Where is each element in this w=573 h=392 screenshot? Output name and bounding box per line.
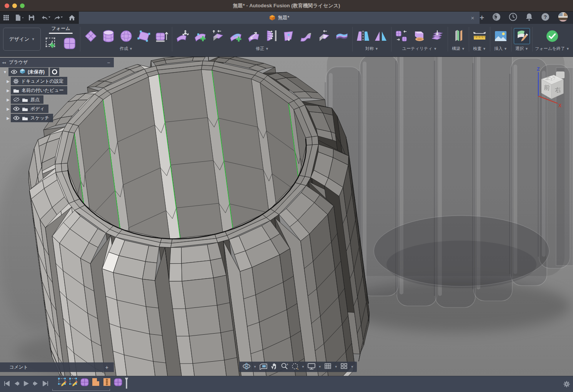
- collapse-panel-icon[interactable]: ◂◂: [2, 60, 6, 65]
- timeline-feature-form[interactable]: [80, 377, 89, 389]
- ribbon-group-label[interactable]: 対称▼: [365, 46, 378, 51]
- ribbon-icon-plane[interactable]: [83, 28, 99, 44]
- caret-icon[interactable]: ▼: [351, 365, 354, 369]
- browser-item[interactable]: ▶ボディ: [0, 104, 114, 113]
- grid-settings-icon[interactable]: [324, 363, 332, 371]
- ribbon-icon-repair-body[interactable]: [429, 28, 445, 44]
- traffic-lights[interactable]: [5, 3, 25, 8]
- home-icon[interactable]: [68, 13, 75, 23]
- ribbon-icon-extrude[interactable]: [153, 28, 170, 44]
- add-comment-icon[interactable]: +: [105, 364, 108, 370]
- caret-icon[interactable]: ▼: [253, 365, 257, 369]
- play-button[interactable]: [23, 380, 29, 388]
- close-window-button[interactable]: [5, 3, 9, 8]
- ribbon-icon-construct[interactable]: [450, 28, 466, 44]
- caret-icon[interactable]: ▼: [301, 365, 305, 369]
- viewport-3d[interactable]: ◂◂ ブラウザ – ▼(未保存)▶ドキュメントの設定▶名前の付いたビュー▶原点▶…: [0, 57, 573, 376]
- undo-icon[interactable]: [41, 13, 51, 23]
- browser-item[interactable]: ▶原点: [0, 95, 114, 104]
- pan-icon[interactable]: [270, 362, 278, 372]
- browser-item[interactable]: ▶ドキュメントの設定: [0, 76, 114, 86]
- browser-panel-header[interactable]: ◂◂ ブラウザ –: [0, 58, 114, 67]
- ribbon-icon-crease[interactable]: [210, 28, 226, 44]
- save-icon[interactable]: [28, 13, 35, 23]
- ribbon-icon-create-form[interactable]: [44, 35, 60, 51]
- workspace-selector[interactable]: デザイン▼: [3, 28, 41, 51]
- zoom-window-button[interactable]: [20, 3, 25, 8]
- record-icon[interactable]: [50, 68, 59, 76]
- ribbon-icon-pull[interactable]: [281, 28, 297, 44]
- ribbon-icon-bridge[interactable]: [263, 28, 279, 44]
- display-settings-icon[interactable]: [307, 363, 316, 371]
- ribbon-toolbar: デザイン▼ フォーム作成▼修正▼対称▼ユーティリティ▼構築▼検査▼挿入▼選択▼フ…: [0, 24, 573, 57]
- caret-icon[interactable]: ▼: [318, 365, 321, 369]
- ribbon-icon-insert-point[interactable]: [192, 28, 208, 44]
- minimize-window-button[interactable]: [12, 3, 17, 8]
- ribbon-separator: [448, 27, 448, 51]
- job-status-icon[interactable]: [509, 13, 517, 23]
- look-at-icon[interactable]: [259, 363, 268, 371]
- ribbon-icon-measure[interactable]: [471, 28, 488, 44]
- caret-icon[interactable]: ▼: [335, 365, 338, 369]
- timeline-feature-thicken-feature[interactable]: [91, 377, 100, 389]
- new-tab-icon[interactable]: +: [480, 13, 484, 22]
- app-grid-icon[interactable]: [3, 13, 9, 23]
- ribbon-icon-paint-select[interactable]: [514, 28, 530, 44]
- timeline-feature-stitch[interactable]: [102, 377, 112, 389]
- timeline-feature-sketch[interactable]: [58, 377, 67, 389]
- ribbon-group-label[interactable]: 作成▼: [120, 46, 133, 51]
- ribbon-group-label[interactable]: ユーティリティ▼: [402, 46, 437, 51]
- avatar[interactable]: [558, 12, 568, 24]
- ribbon-group: 検査▼: [471, 28, 488, 52]
- browser-item[interactable]: ▶スケッチ: [0, 113, 114, 123]
- ribbon-icon-convert[interactable]: [394, 28, 410, 44]
- ribbon-group-label[interactable]: フォームを終了▼: [535, 46, 570, 51]
- ribbon-icon-insert-edge[interactable]: [228, 28, 244, 44]
- zoom-icon[interactable]: ±: [281, 362, 288, 372]
- timeline-settings-gear-icon[interactable]: [563, 381, 570, 389]
- ribbon-icon-flatten[interactable]: [298, 28, 315, 44]
- z-axis-label: Z: [537, 66, 540, 72]
- tab-close-icon[interactable]: ×: [471, 15, 475, 21]
- ribbon-group-label[interactable]: 検査▼: [473, 46, 486, 51]
- browser-root-row[interactable]: ▼(未保存): [0, 67, 114, 76]
- ribbon-icon-cylinder[interactable]: [100, 28, 117, 44]
- comment-bar[interactable]: コメント +: [0, 362, 114, 372]
- ribbon-icon-thicken[interactable]: [334, 28, 350, 44]
- step-forward-button[interactable]: [33, 381, 39, 388]
- browser-item[interactable]: ▶名前の付いたビュー: [0, 86, 114, 95]
- view-cube[interactable]: ZX前右上: [534, 65, 567, 108]
- ribbon-icon-sphere[interactable]: [118, 28, 134, 44]
- notifications-bell-icon[interactable]: [525, 13, 533, 23]
- ribbon-icon-insert-canvas[interactable]: [493, 28, 509, 44]
- ribbon-group-label[interactable]: 構築▼: [452, 46, 465, 51]
- timeline-marker[interactable]: [125, 377, 128, 390]
- step-back-button[interactable]: [13, 381, 20, 388]
- tab-form[interactable]: フォーム: [52, 25, 70, 33]
- file-menu-icon[interactable]: [15, 13, 24, 23]
- viewports-icon[interactable]: [340, 363, 348, 371]
- document-tab[interactable]: 無題* ×: [79, 12, 480, 24]
- ribbon-icon-edit-form[interactable]: [175, 28, 191, 44]
- fit-icon[interactable]: [291, 362, 299, 372]
- ribbon-group-label[interactable]: 修正▼: [256, 46, 269, 51]
- ribbon-icon-face[interactable]: [136, 28, 152, 44]
- ribbon-icon-mirror-symmetry[interactable]: [355, 28, 371, 44]
- ribbon-icon-display-mode[interactable]: [411, 28, 428, 44]
- ribbon-group-label[interactable]: 挿入▼: [494, 46, 507, 51]
- ribbon-icon-finish-form[interactable]: [544, 28, 560, 44]
- minimize-panel-icon[interactable]: –: [107, 60, 110, 65]
- timeline-feature-sketch[interactable]: [69, 377, 78, 389]
- help-icon[interactable]: ?: [541, 13, 550, 23]
- ribbon-icon-unweld[interactable]: [316, 28, 332, 44]
- orbit-icon[interactable]: [242, 362, 251, 372]
- timeline-feature-form[interactable]: [113, 377, 123, 389]
- ribbon-icon-box[interactable]: [62, 35, 78, 51]
- redo-icon[interactable]: [53, 13, 63, 23]
- go-start-button[interactable]: [4, 381, 10, 388]
- extensions-icon[interactable]: [492, 13, 501, 23]
- go-end-button[interactable]: [42, 381, 48, 388]
- ribbon-group-label[interactable]: 選択▼: [515, 46, 528, 51]
- ribbon-icon-subdivide[interactable]: [245, 28, 262, 44]
- ribbon-icon-circular-symmetry[interactable]: [373, 28, 389, 44]
